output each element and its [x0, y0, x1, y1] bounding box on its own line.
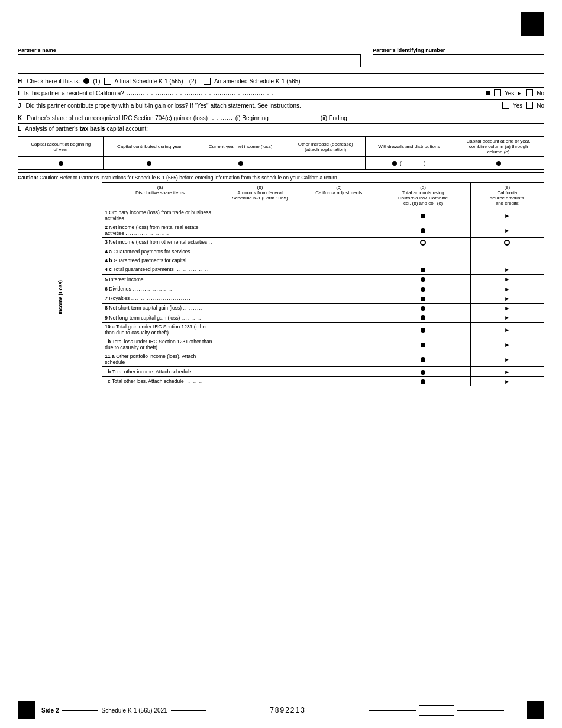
row10a-b[interactable] — [218, 323, 302, 337]
main-header-a: (a)Distributive share items — [102, 183, 218, 208]
h1-label: A final Schedule K-1 (565) — [115, 78, 183, 85]
row4a-d — [376, 247, 470, 256]
row4a-c[interactable] — [302, 247, 376, 256]
table-row: Income (Loss) 1 Ordinary income (loss) f… — [18, 208, 544, 223]
row4c-e: ► — [470, 265, 544, 274]
cap-header-c: Current year net income (loss) — [195, 137, 286, 157]
footer-right-box — [527, 701, 544, 719]
num1: (1) — [93, 78, 100, 85]
cap-cell-c[interactable] — [195, 157, 286, 170]
checkbox-i-yes[interactable] — [494, 89, 501, 96]
row11b-c[interactable] — [302, 367, 376, 376]
beginning-field[interactable] — [271, 114, 318, 121]
row11c-b[interactable] — [218, 376, 302, 386]
row10b-d — [376, 337, 470, 352]
cap-cell-e[interactable]: ( ) — [365, 157, 453, 170]
row9-c[interactable] — [302, 313, 376, 323]
checkbox-j-no[interactable] — [526, 102, 533, 109]
row8-b[interactable] — [218, 303, 302, 313]
partner-name-label: Partner's name — [18, 47, 361, 53]
row5-d — [376, 275, 470, 284]
row6-label: 6 Dividends ..................... — [102, 284, 218, 294]
row11b-b[interactable] — [218, 367, 302, 376]
ending-field[interactable] — [350, 114, 397, 121]
row4c-label: 4 c Total guaranteed payments ..........… — [102, 265, 218, 274]
row4a-label: 4 a Guaranteed payments for services ...… — [102, 247, 218, 256]
row9-b[interactable] — [218, 313, 302, 323]
row3-b[interactable] — [218, 238, 302, 247]
section-l-bold: tax basis — [80, 125, 105, 132]
arrow-i: ► — [516, 90, 522, 96]
section-h: H Check here if this is: (1) A final Sch… — [18, 73, 544, 85]
row11a-c[interactable] — [302, 352, 376, 367]
main-header-c: (c)California adjustments — [302, 183, 376, 208]
row11c-c[interactable] — [302, 376, 376, 386]
partner-id-section: Partner's identifying number — [373, 47, 544, 67]
no-label-j: No — [537, 102, 544, 109]
checkbox-i-no[interactable] — [526, 89, 533, 96]
row10b-e: ► — [470, 337, 544, 352]
row4b-b[interactable] — [218, 256, 302, 265]
row6-c[interactable] — [302, 284, 376, 294]
cap-header-d: Other increase (decrease)(attach explana… — [286, 137, 365, 157]
section-h-letter: H — [18, 78, 22, 85]
row2-c[interactable] — [302, 223, 376, 238]
row4b-c[interactable] — [302, 256, 376, 265]
row11a-b[interactable] — [218, 352, 302, 367]
row2-label: 2 Net income (loss) from rental real est… — [102, 223, 218, 238]
row11a-d — [376, 352, 470, 367]
row11c-d — [376, 376, 470, 386]
section-i-text: Is this partner a resident of California… — [24, 90, 124, 96]
row3-c[interactable] — [302, 238, 376, 247]
section-i: I Is this partner a resident of Californ… — [18, 87, 544, 98]
row4a-b[interactable] — [218, 247, 302, 256]
partner-id-input[interactable] — [373, 54, 544, 67]
partner-name-input[interactable] — [18, 54, 361, 67]
row10b-label: b Total loss under IRC Section 1231 othe… — [102, 337, 218, 352]
cap-header-a: Capital account at beginningof year — [18, 137, 104, 157]
row5-b[interactable] — [218, 275, 302, 284]
checkbox-j-yes[interactable] — [502, 102, 509, 109]
row2-b[interactable] — [218, 223, 302, 238]
row4a-e — [470, 247, 544, 256]
top-right-decoration — [521, 12, 544, 36]
row7-label: 7 Royalties ............................… — [102, 294, 218, 303]
section-j-letter: J — [18, 102, 21, 109]
row1-c[interactable] — [302, 208, 376, 223]
radio-filled-h — [83, 78, 89, 84]
row4c-c[interactable] — [302, 265, 376, 274]
cap-cell-f[interactable] — [453, 157, 544, 170]
cap-header-f: Capital account at end of year,combine c… — [453, 137, 544, 157]
row8-d — [376, 303, 470, 313]
row1-label: 1 Ordinary income (loss) from trade or b… — [102, 208, 218, 223]
row10b-c[interactable] — [302, 337, 376, 352]
row4b-label: 4 b Guaranteed payments for capital ....… — [102, 256, 218, 265]
caution-text: Caution: Caution: Refer to Partner's Ins… — [18, 172, 544, 182]
section-l: L Analysis of partner's tax basis capita… — [18, 123, 544, 134]
cap-cell-a[interactable] — [18, 157, 104, 170]
yes-label-i: Yes — [505, 90, 514, 96]
footer-left-box — [18, 701, 35, 719]
row1-b[interactable] — [218, 208, 302, 223]
row5-c[interactable] — [302, 275, 376, 284]
footer-text: Side 2 Schedule K-1 (565) 2021 — [41, 707, 206, 714]
row8-c[interactable] — [302, 303, 376, 313]
cap-cell-b[interactable] — [104, 157, 195, 170]
partner-id-label: Partner's identifying number — [373, 47, 544, 53]
row4b-e — [470, 256, 544, 265]
row6-e: ► — [470, 284, 544, 294]
section-k-letter: K — [18, 115, 22, 121]
row10b-b[interactable] — [218, 337, 302, 352]
row10a-c[interactable] — [302, 323, 376, 337]
row3-label: 3 Net income (loss) from other rental ac… — [102, 238, 218, 247]
row4c-b[interactable] — [218, 265, 302, 274]
row7-b[interactable] — [218, 294, 302, 303]
row6-b[interactable] — [218, 284, 302, 294]
checkbox-h1[interactable] — [104, 78, 111, 85]
row3-e — [470, 238, 544, 247]
row9-label: 9 Net long-term capital gain (loss) ....… — [102, 313, 218, 323]
row7-c[interactable] — [302, 294, 376, 303]
checkbox-h2[interactable] — [204, 78, 211, 85]
beginning-label: (i) Beginning — [235, 115, 269, 121]
partner-name-section: Partner's name — [18, 47, 361, 67]
